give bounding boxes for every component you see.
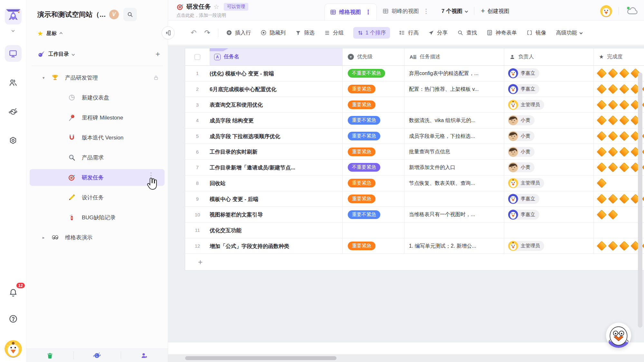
task-desc-cell[interactable]: 节点恢复、数表关联、查询... <box>404 176 504 191</box>
progress-diamond[interactable] <box>608 131 618 141</box>
task-name-cell[interactable]: 表查询交互和使用优化 <box>210 97 342 112</box>
task-name-cell[interactable]: (优化) 模板中心 变更 - 前端 <box>210 66 342 81</box>
task-desc-cell[interactable] <box>404 191 504 207</box>
task-desc-cell[interactable]: 成员字段单元格，下拉框选... <box>404 129 504 144</box>
progress-cell[interactable] <box>593 223 644 238</box>
add-node-button[interactable]: + <box>156 50 160 58</box>
sidebar-item-new-dashboard[interactable]: 新建仪表盘 <box>30 89 165 106</box>
row-number[interactable]: 3 <box>185 97 210 112</box>
group-button[interactable]: 分组 <box>324 29 344 36</box>
progress-diamond[interactable] <box>619 68 629 78</box>
progress-diamond[interactable] <box>608 209 618 219</box>
undo-button[interactable]: ↶ <box>191 29 196 37</box>
row-number[interactable]: 5 <box>185 129 210 144</box>
task-desc-cell[interactable]: 新增添加文件的入口 <box>404 160 504 175</box>
task-desc-cell[interactable] <box>404 97 504 112</box>
collapse-sidebar-button[interactable] <box>162 26 175 39</box>
task-name-cell[interactable]: 成员字段 下拉框选项顺序优化 <box>210 129 342 144</box>
progress-diamond[interactable] <box>608 162 618 172</box>
priority-badge[interactable]: 重要紧急 <box>348 100 375 109</box>
horizontal-scroll-track[interactable] <box>168 354 644 362</box>
priority-badge[interactable]: 重要不紧急 <box>348 132 380 140</box>
hide-fields-button[interactable]: 隐藏列 <box>260 29 286 36</box>
column-header-name[interactable]: A 任务名 <box>210 48 342 65</box>
task-name-cell[interactable]: 模板中心 变更 - 后端 <box>210 191 342 207</box>
task-name-cell[interactable]: 优化交互功能 <box>210 223 342 238</box>
task-name-cell[interactable]: 6月底完成模板中心配置优化 <box>210 81 342 97</box>
tab-grid-view[interactable]: 维格视图 ⋮ <box>325 4 377 20</box>
progress-diamond[interactable] <box>619 241 629 251</box>
sync-status-icon[interactable] <box>625 5 639 16</box>
progress-cell[interactable] <box>593 176 644 191</box>
priority-cell[interactable]: 重要紧急 <box>342 144 404 159</box>
sidebar-item-grid-demo[interactable]: ▸维格表演示 <box>30 229 165 246</box>
task-name-cell[interactable]: 视图标签栏的文案引导 <box>210 207 342 222</box>
redo-button[interactable]: ↷ <box>204 29 210 37</box>
help-button[interactable] <box>5 310 22 327</box>
progress-diamond[interactable] <box>597 162 607 172</box>
sidebar-item-product-dev[interactable]: ▾产品研发管理 <box>30 69 165 86</box>
progress-diamond[interactable] <box>608 241 618 251</box>
row-number[interactable]: 8 <box>185 176 210 191</box>
progress-diamond[interactable] <box>597 241 607 251</box>
task-desc-cell[interactable]: 配置：热门推荐、上架模板 v... <box>404 81 504 97</box>
task-desc-cell[interactable]: 当维格表只有一个视图时，... <box>404 207 504 222</box>
row-number[interactable]: 6 <box>185 144 210 159</box>
owner-pill[interactable]: 小黄 <box>508 147 535 157</box>
priority-cell[interactable]: 重要不紧急 <box>342 207 404 222</box>
task-name-cell[interactable]: 增加「公式」字段支持的函数种类 <box>210 238 342 254</box>
tab-menu-icon[interactable]: ⋮ <box>423 7 429 15</box>
progress-diamond[interactable] <box>597 194 607 204</box>
progress-cell[interactable] <box>593 207 644 222</box>
owner-pill[interactable]: 李嘉立 <box>508 84 539 94</box>
priority-cell[interactable]: 重要不紧急 <box>342 129 404 144</box>
priority-badge[interactable]: 重要紧急 <box>348 179 375 187</box>
task-desc-cell[interactable]: 弃用config表中的精选配置，... <box>404 66 504 81</box>
priority-cell[interactable]: 重要紧急 <box>342 176 404 191</box>
priority-cell[interactable]: 不重要不紧急 <box>342 66 404 81</box>
sidebar-item-dev-tasks[interactable]: 研发任务 <box>30 169 165 186</box>
priority-cell[interactable]: 重要紧急 <box>342 191 404 207</box>
priority-badge[interactable]: 重要紧急 <box>348 85 375 93</box>
progress-cell[interactable] <box>593 97 644 112</box>
progress-cell[interactable] <box>593 113 644 128</box>
owner-pill[interactable]: 主管理员 <box>508 100 544 110</box>
insert-row-button[interactable]: 插入行 <box>226 29 251 36</box>
progress-diamond[interactable] <box>597 209 607 219</box>
owner-cell[interactable]: 小黄 <box>504 129 593 144</box>
owner-cell[interactable] <box>504 223 593 238</box>
sidebar-item-design-tasks[interactable]: 设计任务 <box>30 189 165 206</box>
owner-pill[interactable]: 小黄 <box>508 115 535 125</box>
trash-button[interactable] <box>26 349 73 362</box>
task-name-cell[interactable]: 回收站 <box>210 176 342 191</box>
owner-pill[interactable]: 小黄 <box>508 162 535 172</box>
priority-badge[interactable]: 不重要不紧急 <box>348 69 385 78</box>
owner-cell[interactable]: 小黄 <box>504 113 593 128</box>
row-number[interactable]: 7 <box>185 160 210 175</box>
progress-cell[interactable] <box>593 129 644 144</box>
owner-cell[interactable]: 李嘉立 <box>504 66 593 81</box>
progress-cell[interactable] <box>593 144 644 159</box>
starred-section-toggle[interactable]: ★ 星标 <box>26 27 168 40</box>
advanced-features-button[interactable]: 高级功能 <box>556 29 582 36</box>
column-header-progress[interactable]: ★ 完成度 <box>593 48 644 65</box>
owner-cell[interactable]: 小黄 <box>504 144 593 159</box>
priority-badge[interactable]: 重要不紧急 <box>348 116 380 125</box>
column-header-desc[interactable]: A≣ 任务描述 <box>404 48 504 65</box>
task-desc-cell[interactable]: 数据清洗、vika 组织单元的... <box>404 113 504 128</box>
column-header-priority[interactable]: ▼ 优先级 <box>342 48 404 65</box>
progress-diamond[interactable] <box>608 100 618 110</box>
owner-cell[interactable]: 主管理员 <box>504 238 593 254</box>
owner-cell[interactable]: 李嘉立 <box>504 81 593 97</box>
add-row-button[interactable]: + <box>185 254 644 271</box>
tab-hufeng-view[interactable]: 胡峰的视图 ⋮ <box>377 7 435 15</box>
progress-diamond[interactable] <box>597 115 607 125</box>
priority-cell[interactable] <box>342 223 404 238</box>
owner-cell[interactable]: 李嘉立 <box>504 207 593 222</box>
progress-diamond[interactable] <box>619 115 629 125</box>
row-number[interactable]: 12 <box>185 238 210 254</box>
rail-workbench-icon[interactable] <box>5 45 22 62</box>
priority-badge[interactable]: 不重要紧急 <box>348 163 380 172</box>
priority-badge[interactable]: 重要紧急 <box>348 242 375 250</box>
rail-discover-icon[interactable] <box>5 103 22 120</box>
